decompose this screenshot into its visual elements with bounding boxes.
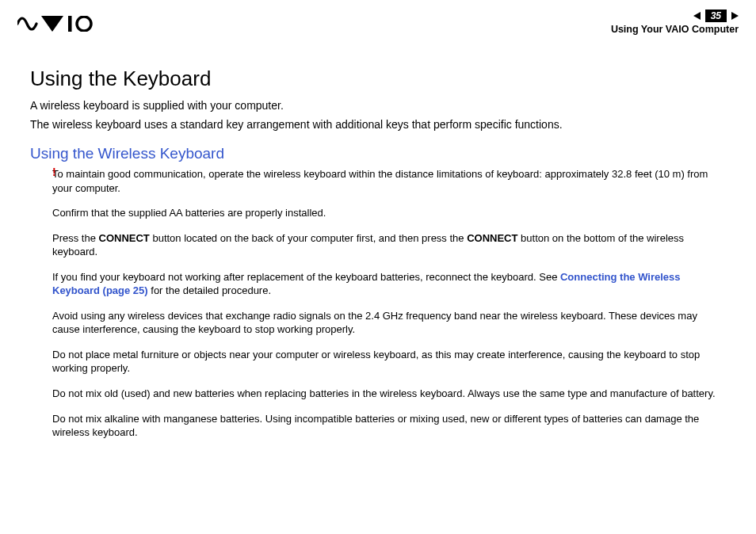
intro-text-1: A wireless keyboard is supplied with you… <box>30 99 726 112</box>
notes-block: ! To maintain good communication, operat… <box>30 167 726 440</box>
page-content: Using the Keyboard A wireless keyboard i… <box>0 35 756 440</box>
svg-point-1 <box>77 17 91 31</box>
page-title: Using the Keyboard <box>30 67 726 91</box>
page-number: 35 <box>705 10 727 22</box>
text-part: If you find your keyboard not working af… <box>52 271 560 283</box>
warning-icon: ! <box>52 166 56 178</box>
text-part: button located on the back of your compu… <box>150 232 467 244</box>
text-part: for the detailed procedure. <box>148 284 271 296</box>
note-text: To maintain good communication, operate … <box>52 167 726 195</box>
note-text: Press the CONNECT button located on the … <box>52 231 726 259</box>
section-heading: Using the Wireless Keyboard <box>30 145 726 162</box>
page-header: 35 Using Your VAIO Computer <box>0 0 756 35</box>
note-text: Avoid using any wireless devices that ex… <box>52 309 726 337</box>
prev-page-icon[interactable] <box>693 12 701 20</box>
note-text: Confirm that the supplied AA batteries a… <box>52 206 726 220</box>
header-right: 35 Using Your VAIO Computer <box>611 10 739 35</box>
note-text: If you find your keyboard not working af… <box>52 270 726 298</box>
page-nav: 35 <box>693 10 739 22</box>
svg-rect-0 <box>68 16 72 32</box>
breadcrumb[interactable]: Using Your VAIO Computer <box>611 24 739 35</box>
intro-text-2: The wireless keyboard uses a standard ke… <box>30 118 726 131</box>
note-text: Do not mix old (used) and new batteries … <box>52 387 726 401</box>
note-text: Do not mix alkaline with manganese batte… <box>52 412 726 440</box>
next-page-icon[interactable] <box>731 12 739 20</box>
vaio-logo <box>17 16 94 32</box>
connect-label: CONNECT <box>467 232 517 244</box>
text-part: Press the <box>52 232 99 244</box>
note-text: Do not place metal furniture or objects … <box>52 348 726 376</box>
connect-label: CONNECT <box>99 232 150 244</box>
